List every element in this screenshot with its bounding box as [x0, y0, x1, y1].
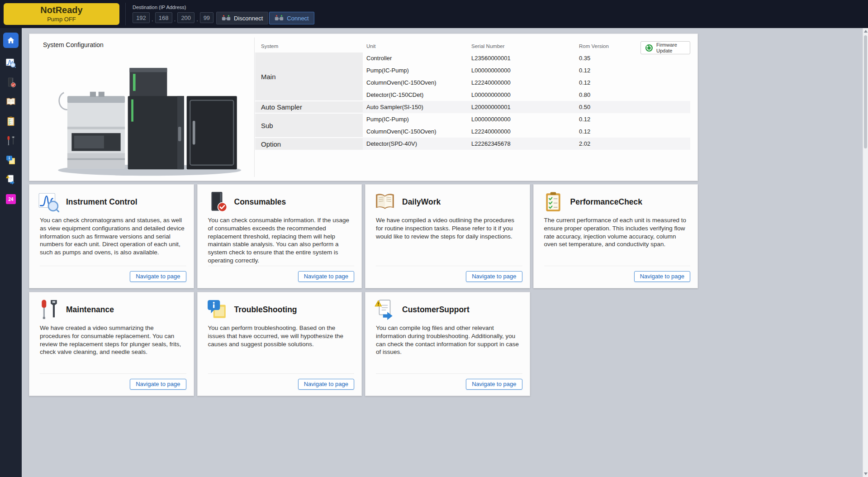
card-performance-check: PerformanceCheck The current performance…: [533, 184, 698, 288]
maintenance-icon: [6, 136, 16, 146]
table-row: Auto Sampler Auto Sampler(SI-150) L20000…: [255, 101, 690, 113]
navigate-to-page-button[interactable]: Navigate to page: [298, 271, 354, 282]
sidebar-item-troubleshooting[interactable]: [3, 153, 19, 168]
unit-cell: Pump(IC-Pump): [363, 113, 468, 125]
serial-cell: L22240000000: [468, 125, 575, 138]
connect-plug-icon: [275, 14, 284, 22]
performance-check-icon: [543, 191, 564, 212]
customer-support-icon: [375, 299, 395, 320]
card-troubleshooting: TroubleShooting You can perform troubles…: [197, 292, 362, 396]
table-row: Main Controller L23560000001 0.35: [255, 52, 690, 64]
unit-cell: ColumnOven(IC-150Oven): [363, 125, 468, 138]
sidebar: 24: [0, 28, 22, 477]
sidebar-item-instrument-control[interactable]: [3, 55, 19, 71]
firmware-update-icon: [645, 44, 653, 52]
destination-label: Destination (IP Address): [133, 5, 186, 10]
card-description: The current performance of each unit is …: [544, 216, 690, 266]
card-description: You can check consumable information. If…: [208, 216, 354, 266]
card-description: You can perform troubleshooting. Based o…: [208, 324, 354, 373]
card-title: DailyWork: [402, 197, 441, 207]
sidebar-item-customer-support[interactable]: [3, 172, 19, 187]
instrument-control-icon: [38, 191, 59, 212]
ip-octet-4[interactable]: [200, 12, 213, 23]
vertical-scrollbar[interactable]: [863, 28, 868, 477]
ip-dot: .: [174, 17, 176, 23]
connect-button[interactable]: Connect: [269, 12, 314, 24]
serial-cell: L00000000000: [468, 113, 575, 125]
disconnect-plug-icon: [222, 14, 231, 22]
card-title: Consumables: [234, 197, 286, 207]
consumables-icon: [207, 191, 228, 212]
system-group-sub: Sub: [255, 113, 363, 138]
ip-dot: .: [152, 17, 153, 23]
firmware-update-button[interactable]: Firmware Update: [640, 41, 690, 54]
table-row: Sub Pump(IC-Pump) L00000000000 0.12: [255, 113, 690, 125]
ip-address-group: . . .: [133, 12, 213, 23]
unit-cell: Pump(IC-Pump): [363, 64, 468, 76]
navigate-to-page-button[interactable]: Navigate to page: [130, 379, 186, 390]
system-group-option: Option: [255, 138, 363, 150]
card-description: We have compiled a video outlining the p…: [376, 216, 522, 266]
col-header-unit: Unit: [363, 40, 468, 52]
ip-dot: .: [196, 17, 198, 23]
instrument-illustration: [46, 46, 249, 178]
unit-cell: Detector(SPD-40V): [363, 138, 468, 150]
navigate-to-page-button[interactable]: Navigate to page: [634, 271, 690, 282]
scroll-up-arrow-icon[interactable]: [864, 30, 868, 33]
rom-cell: 0.12: [575, 113, 690, 125]
performance-check-icon: [6, 116, 16, 126]
navigate-to-page-button[interactable]: Navigate to page: [130, 271, 186, 282]
daily-work-icon: [6, 97, 16, 107]
disconnect-button[interactable]: Disconnect: [216, 12, 268, 24]
system-group-main: Main: [255, 52, 363, 101]
system-table: System Unit Serial Number Rom Version Ma…: [255, 40, 690, 150]
panel-divider: [254, 38, 255, 177]
ip-octet-2[interactable]: [155, 12, 172, 23]
col-header-system: System: [255, 40, 363, 52]
home-icon: [6, 36, 15, 45]
ip-octet-1[interactable]: [133, 12, 150, 23]
sidebar-item-performance-check[interactable]: [3, 114, 19, 129]
status-badge: NotReady Pump OFF: [4, 3, 119, 25]
rom-cell: 0.80: [575, 89, 690, 101]
system-configuration-panel: System Configuration: [29, 33, 698, 181]
sidebar-item-daily-work[interactable]: [3, 94, 19, 110]
rom-cell: 2.02: [575, 138, 690, 150]
navigate-to-page-button[interactable]: Navigate to page: [466, 379, 522, 390]
status-title: NotReady: [4, 5, 119, 16]
serial-cell: L20000000001: [468, 101, 575, 113]
card-description: You can check chromatograms and statuses…: [40, 216, 185, 266]
topbar: NotReady Pump OFF Destination (IP Addres…: [0, 0, 868, 28]
customer-support-icon: [6, 175, 16, 185]
ip-octet-3[interactable]: [177, 12, 194, 23]
sidebar-item-maintenance[interactable]: [3, 133, 19, 148]
serial-cell: L22240000000: [468, 76, 575, 89]
instrument-control-icon: [6, 58, 16, 68]
connect-button-label: Connect: [287, 15, 308, 22]
unit-cell: Controller: [363, 52, 468, 64]
rom-cell: 0.12: [575, 125, 690, 138]
troubleshooting-icon: [207, 299, 228, 320]
topbar-divider: [125, 3, 126, 25]
card-maintenance: Maintenance We have created a video summ…: [29, 292, 194, 396]
disconnect-button-label: Disconnect: [234, 15, 263, 22]
troubleshooting-icon: [6, 155, 16, 165]
rom-cell: 0.12: [575, 76, 690, 89]
col-header-serial: Serial Number: [468, 40, 575, 52]
sidebar-item-home[interactable]: [3, 33, 19, 48]
sidebar-item-24[interactable]: 24: [3, 191, 19, 207]
card-description: We have created a video summarizing the …: [40, 324, 185, 373]
scrollbar-thumb[interactable]: [864, 35, 867, 148]
serial-cell: L00000000000: [468, 89, 575, 101]
table-header-row: System Unit Serial Number Rom Version: [255, 40, 690, 52]
card-daily-work: DailyWork We have compiled a video outli…: [365, 184, 530, 288]
card-consumables: Consumables You can check consumable inf…: [197, 184, 362, 288]
navigate-to-page-button[interactable]: Navigate to page: [466, 271, 522, 282]
system-table-wrap: System Unit Serial Number Rom Version Ma…: [255, 40, 690, 150]
system-group-auto-sampler: Auto Sampler: [255, 101, 363, 113]
navigate-to-page-button[interactable]: Navigate to page: [298, 379, 354, 390]
scroll-down-arrow-icon[interactable]: [864, 472, 868, 475]
card-title: Instrument Control: [66, 197, 138, 207]
connection-buttons: Disconnect Connect: [216, 12, 314, 24]
sidebar-item-consumables[interactable]: [3, 75, 19, 90]
